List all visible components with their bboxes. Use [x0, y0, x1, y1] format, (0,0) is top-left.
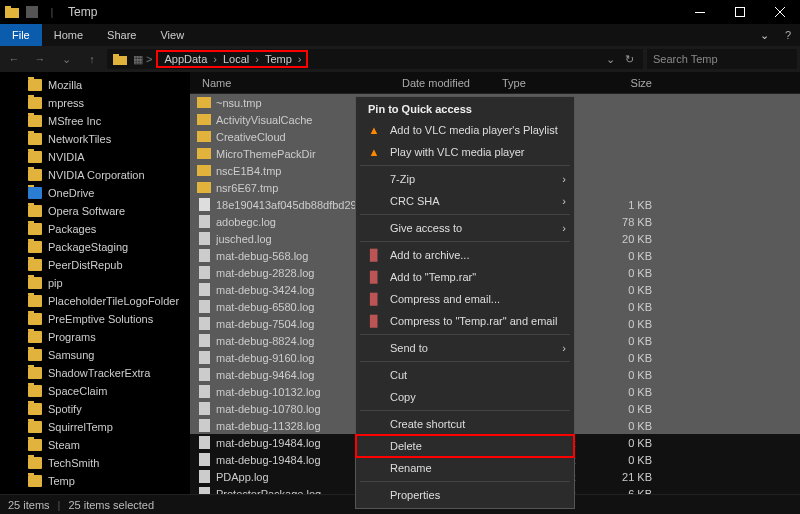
tree-item[interactable]: TechSmith	[0, 454, 190, 472]
tree-item[interactable]: MSfree Inc	[0, 112, 190, 130]
tree-item[interactable]: SquirrelTemp	[0, 418, 190, 436]
up-button[interactable]: ↑	[81, 48, 103, 70]
tree-item[interactable]: Temp	[0, 472, 190, 490]
status-items: 25 items	[8, 499, 50, 511]
tree-item-label: SquirrelTemp	[48, 421, 113, 433]
col-name[interactable]: Name	[190, 77, 402, 89]
tree-item[interactable]: Steam	[0, 436, 190, 454]
ribbon-expand-button[interactable]: ⌄	[752, 29, 776, 42]
vlc-icon: ▲	[366, 144, 382, 160]
maximize-button[interactable]	[720, 0, 760, 24]
tree-pane[interactable]: MozillampressMSfree IncNetworkTilesNVIDI…	[0, 72, 190, 502]
folder-icon	[196, 181, 212, 195]
tree-item[interactable]: PlaceholderTileLogoFolder	[0, 292, 190, 310]
tree-item-label: PlaceholderTileLogoFolder	[48, 295, 179, 307]
file-icon	[196, 402, 212, 416]
back-button[interactable]: ←	[3, 48, 25, 70]
tree-item-label: MSfree Inc	[48, 115, 101, 127]
tree-item[interactable]: Samsung	[0, 346, 190, 364]
ctx-compress-rar-email[interactable]: ▉Compress to "Temp.rar" and email	[356, 310, 574, 332]
col-date[interactable]: Date modified	[402, 77, 502, 89]
tab-file[interactable]: File	[0, 24, 42, 46]
tree-item-label: Packages	[48, 223, 96, 235]
path-appdata[interactable]: AppData	[160, 53, 211, 65]
ctx-create-shortcut[interactable]: Create shortcut	[356, 413, 574, 435]
file-size: 0 KB	[612, 437, 672, 449]
tree-item[interactable]: NVIDIA	[0, 148, 190, 166]
file-size: 0 KB	[612, 454, 672, 466]
column-headers[interactable]: Name Date modified Type Size	[190, 72, 800, 94]
folder-icon	[28, 421, 42, 433]
folder-icon	[28, 331, 42, 343]
tree-item[interactable]: NetworkTiles	[0, 130, 190, 148]
tree-item[interactable]: Programs	[0, 328, 190, 346]
tab-view[interactable]: View	[148, 24, 196, 46]
ctx-vlc-play[interactable]: ▲Play with VLC media player	[356, 141, 574, 163]
folder-icon	[28, 205, 42, 217]
tree-item[interactable]: PeerDistRepub	[0, 256, 190, 274]
folder-icon	[28, 385, 42, 397]
help-button[interactable]: ?	[776, 29, 800, 41]
tree-item[interactable]: ShadowTrackerExtra	[0, 364, 190, 382]
recent-button[interactable]: ⌄	[55, 48, 77, 70]
folder-icon	[196, 130, 212, 144]
ctx-copy[interactable]: Copy	[356, 386, 574, 408]
ctx-pin-quick-access[interactable]: Pin to Quick access	[356, 99, 574, 119]
winrar-icon: ▉	[366, 291, 382, 307]
address-dropdown[interactable]: ⌄	[602, 53, 619, 66]
tree-item[interactable]: SpaceClaim	[0, 382, 190, 400]
breadcrumb: AppData › Local › Temp ›	[156, 50, 307, 68]
ctx-vlc-playlist[interactable]: ▲Add to VLC media player's Playlist	[356, 119, 574, 141]
address-field[interactable]: ▦ > AppData › Local › Temp › ⌄ ↻	[107, 49, 643, 69]
ctx-delete[interactable]: Delete	[356, 435, 574, 457]
address-bar: ← → ⌄ ↑ ▦ > AppData › Local › Temp › ⌄ ↻…	[0, 46, 800, 72]
tree-item[interactable]: OneDrive	[0, 184, 190, 202]
tree-item-label: PackageStaging	[48, 241, 128, 253]
folder-icon	[28, 151, 42, 163]
tree-item[interactable]: Spotify	[0, 400, 190, 418]
tree-item[interactable]: NVIDIA Corporation	[0, 166, 190, 184]
ctx-cut[interactable]: Cut	[356, 364, 574, 386]
file-size: 78 KB	[612, 216, 672, 228]
ctx-compress-email[interactable]: ▉Compress and email...	[356, 288, 574, 310]
path-local[interactable]: Local	[219, 53, 253, 65]
file-size: 0 KB	[612, 267, 672, 279]
tab-share[interactable]: Share	[95, 24, 148, 46]
col-type[interactable]: Type	[502, 77, 612, 89]
tree-item[interactable]: PreEmptive Solutions	[0, 310, 190, 328]
tree-item[interactable]: PackageStaging	[0, 238, 190, 256]
ctx-send-to[interactable]: Send to›	[356, 337, 574, 359]
refresh-button[interactable]: ↻	[619, 53, 639, 66]
ctx-add-archive[interactable]: ▉Add to archive...	[356, 244, 574, 266]
ctx-7zip[interactable]: 7-Zip›	[356, 168, 574, 190]
file-size: 1 KB	[612, 199, 672, 211]
path-temp[interactable]: Temp	[261, 53, 296, 65]
tree-item[interactable]: Packages	[0, 220, 190, 238]
ctx-crcsha[interactable]: CRC SHA›	[356, 190, 574, 212]
properties-icon[interactable]	[24, 4, 40, 20]
file-icon	[196, 385, 212, 399]
ctx-add-rar[interactable]: ▉Add to "Temp.rar"	[356, 266, 574, 288]
window-title: Temp	[60, 5, 97, 19]
ctx-give-access[interactable]: Give access to›	[356, 217, 574, 239]
file-icon	[196, 470, 212, 484]
ctx-properties[interactable]: Properties	[356, 484, 574, 506]
ctx-rename[interactable]: Rename	[356, 457, 574, 479]
svg-rect-1	[5, 6, 11, 8]
tree-item[interactable]: Mozilla	[0, 76, 190, 94]
folder-icon	[28, 475, 42, 487]
tree-item[interactable]: mpress	[0, 94, 190, 112]
close-button[interactable]	[760, 0, 800, 24]
tree-item[interactable]: pip	[0, 274, 190, 292]
search-input[interactable]: Search Temp	[647, 49, 797, 69]
folder-icon	[28, 277, 42, 289]
forward-button[interactable]: →	[29, 48, 51, 70]
tree-item-label: pip	[48, 277, 63, 289]
col-size[interactable]: Size	[612, 77, 672, 89]
tree-item-label: Samsung	[48, 349, 94, 361]
tree-item[interactable]: Opera Software	[0, 202, 190, 220]
ribbon-tabs: File Home Share View ⌄ ?	[0, 24, 800, 46]
minimize-button[interactable]	[680, 0, 720, 24]
tree-item-label: TechSmith	[48, 457, 99, 469]
tab-home[interactable]: Home	[42, 24, 95, 46]
